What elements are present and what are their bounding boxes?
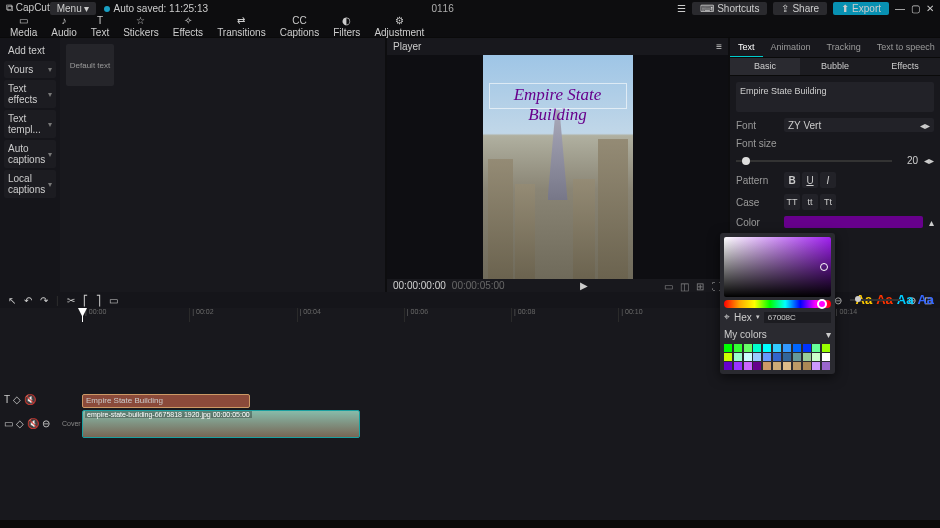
color-swatch-item[interactable] (812, 344, 820, 352)
track-lock-icon[interactable]: T (4, 394, 10, 405)
ruler-tick[interactable]: | 00:08 (511, 308, 618, 322)
tool-tab-adjustment[interactable]: ⚙Adjustment (374, 15, 424, 38)
sidebar-item[interactable]: Local captions▾ (4, 170, 56, 198)
select-tool-icon[interactable]: ↖ (8, 295, 16, 306)
rp-subtab[interactable]: Bubble (800, 58, 870, 75)
color-swatch-item[interactable] (783, 353, 791, 361)
color-swatch-item[interactable] (773, 362, 781, 370)
color-swatch-item[interactable] (822, 353, 830, 361)
track-visible-icon[interactable]: ◇ (16, 418, 24, 429)
font-dropdown[interactable]: ZY Vert◂▸ (784, 118, 934, 132)
lowercase-button[interactable]: tt (802, 194, 818, 210)
split-icon[interactable]: ✂ (67, 295, 75, 306)
uppercase-button[interactable]: TT (784, 194, 800, 210)
ruler-tick[interactable]: | 00:00 (82, 308, 189, 322)
color-swatch-item[interactable] (763, 344, 771, 352)
trim-right-icon[interactable]: ⎤ (96, 295, 101, 306)
ruler-tick[interactable]: | 00:06 (404, 308, 511, 322)
color-swatch-item[interactable] (753, 353, 761, 361)
color-swatch-item[interactable] (763, 353, 771, 361)
color-swatch-item[interactable] (803, 344, 811, 352)
titlecase-button[interactable]: Tt (820, 194, 836, 210)
text-content-input[interactable]: Empire State Building (736, 82, 934, 112)
color-swatch-item[interactable] (773, 353, 781, 361)
sidebar-item[interactable]: Text templ...▾ (4, 110, 56, 138)
sidebar-item[interactable]: Text effects▾ (4, 80, 56, 108)
color-swatch-item[interactable] (773, 344, 781, 352)
player-menu-icon[interactable]: ≡ (716, 41, 722, 52)
ruler-tick[interactable]: | 00:10 (618, 308, 725, 322)
track-link-icon[interactable]: ⊖ (42, 418, 50, 429)
zoom-out-icon[interactable]: ⊖ (834, 295, 842, 306)
redo-icon[interactable]: ↷ (40, 295, 48, 306)
quality-icon[interactable]: ◫ (680, 281, 690, 291)
play-icon[interactable]: ▶ (580, 280, 588, 291)
track-visible-icon[interactable]: ◇ (13, 394, 21, 405)
my-colors-dropdown[interactable]: My colors▾ (724, 327, 831, 342)
track-lock-icon[interactable]: ▭ (4, 418, 13, 429)
color-swatch-item[interactable] (812, 353, 820, 361)
ruler-tick[interactable]: | 00:02 (189, 308, 296, 322)
export-button[interactable]: ⬆ Export (833, 2, 889, 15)
tool-tab-effects[interactable]: ✧Effects (173, 15, 203, 38)
size-stepper[interactable]: ◂▸ (924, 155, 934, 166)
color-swatch-item[interactable] (783, 344, 791, 352)
track-mute-icon[interactable]: 🔇 (24, 394, 36, 405)
color-swatch-item[interactable] (734, 353, 742, 361)
color-swatch[interactable] (784, 216, 923, 228)
tool-tab-captions[interactable]: CCCaptions (280, 15, 319, 38)
sidebar-item[interactable]: Auto captions▾ (4, 140, 56, 168)
color-swatch-item[interactable] (744, 362, 752, 370)
share-button[interactable]: ⇪ Share (773, 2, 827, 15)
sidebar-item[interactable]: Add text (4, 42, 56, 59)
tool-tab-media[interactable]: ▭Media (10, 15, 37, 38)
tool-tab-stickers[interactable]: ☆Stickers (123, 15, 159, 38)
color-swatch-item[interactable] (763, 362, 771, 370)
rp-subtab[interactable]: Effects (870, 58, 940, 75)
color-swatch-item[interactable] (822, 344, 830, 352)
bold-button[interactable]: B (784, 172, 800, 188)
rp-tab[interactable]: Tracking (819, 38, 869, 57)
rp-tab[interactable]: Text (730, 38, 763, 57)
rp-tab[interactable]: Animation (763, 38, 819, 57)
color-swatch-item[interactable] (803, 362, 811, 370)
color-swatch-item[interactable] (822, 362, 830, 370)
tool-tab-audio[interactable]: ♪Audio (51, 15, 77, 38)
color-swatch-item[interactable] (812, 362, 820, 370)
minimize-icon[interactable]: — (895, 3, 905, 14)
color-swatch-item[interactable] (734, 344, 742, 352)
tool-tab-text[interactable]: TText (91, 15, 109, 38)
color-swatch-item[interactable] (793, 344, 801, 352)
trim-left-icon[interactable]: ⎡ (83, 295, 88, 306)
rp-subtab[interactable]: Basic (730, 58, 800, 75)
tool-tab-filters[interactable]: ◐Filters (333, 15, 360, 38)
color-swatch-item[interactable] (744, 353, 752, 361)
color-swatch-item[interactable] (744, 344, 752, 352)
menu-button[interactable]: Menu ▾ (50, 2, 97, 15)
default-text-thumb[interactable]: Default text (66, 44, 114, 86)
color-swatch-item[interactable] (793, 362, 801, 370)
rp-tab[interactable]: Text to speech (869, 38, 940, 57)
color-swatch-item[interactable] (753, 344, 761, 352)
color-swatch-item[interactable] (803, 353, 811, 361)
shortcuts-button[interactable]: ⌨ Shortcuts (692, 2, 767, 15)
size-slider[interactable] (736, 160, 892, 162)
zoom-slider[interactable] (850, 299, 900, 301)
color-swatch-item[interactable] (793, 353, 801, 361)
text-clip[interactable]: Empire State Building (82, 394, 250, 408)
color-swatch-item[interactable] (734, 362, 742, 370)
color-swatch-item[interactable] (753, 362, 761, 370)
hue-slider[interactable] (724, 300, 831, 308)
size-value[interactable]: 20 (898, 155, 918, 166)
review-icon[interactable]: ☰ (677, 3, 686, 14)
italic-button[interactable]: I (820, 172, 836, 188)
text-selection-box[interactable] (489, 83, 627, 109)
track-mute-icon[interactable]: 🔇 (27, 418, 39, 429)
ruler-tick[interactable]: | 00:04 (297, 308, 404, 322)
delete-icon[interactable]: ▭ (109, 295, 118, 306)
ruler-tick[interactable]: | 00:14 (833, 308, 940, 322)
video-clip[interactable]: empire-state-building-6675818 1920.jpg 0… (82, 410, 360, 438)
underline-button[interactable]: U (802, 172, 818, 188)
sidebar-item[interactable]: Yours▾ (4, 61, 56, 78)
color-swatch-item[interactable] (783, 362, 791, 370)
